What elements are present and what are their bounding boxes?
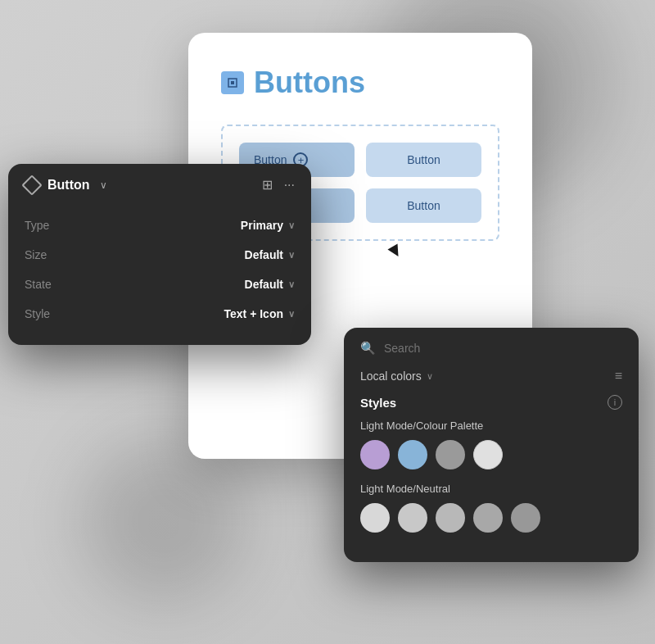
button-4[interactable]: Button	[366, 188, 481, 223]
swatches-row-2	[360, 503, 622, 533]
state-chevron-icon: ∨	[288, 279, 295, 290]
type-chevron-icon: ∨	[288, 220, 295, 231]
styles-row: Styles i	[360, 395, 622, 410]
diamond-icon	[21, 175, 42, 195]
swatch-neutral-5[interactable]	[511, 503, 540, 533]
more-options-icon[interactable]: ···	[284, 178, 295, 193]
state-value[interactable]: Default ∨	[245, 278, 295, 291]
local-colors-row: Local colors ∨ ≡	[360, 369, 622, 383]
canvas-header: Buttons	[221, 66, 499, 100]
palette-group-2: Light Mode/Neutral	[360, 483, 622, 533]
list-view-icon[interactable]: ≡	[615, 369, 622, 383]
swatch-gray[interactable]	[436, 440, 465, 469]
local-colors-label: Local colors	[360, 370, 422, 383]
palette-group-1: Light Mode/Colour Palette	[360, 420, 622, 469]
grid-icon[interactable]: ⊞	[262, 177, 273, 193]
styles-label: Styles	[360, 396, 396, 410]
local-colors-group: Local colors ∨	[360, 370, 433, 383]
style-value[interactable]: Text + Icon ∨	[224, 307, 295, 320]
search-icon: 🔍	[360, 341, 376, 356]
properties-actions: ⊞ ···	[262, 177, 295, 193]
local-colors-chevron-icon[interactable]: ∨	[427, 371, 433, 382]
svg-rect-1	[231, 81, 234, 84]
style-label: Style	[25, 307, 50, 320]
button-2-label: Button	[407, 153, 440, 166]
type-row: Type Primary ∨	[25, 211, 295, 240]
style-chevron-icon: ∨	[288, 309, 295, 320]
size-value[interactable]: Default ∨	[245, 248, 295, 261]
palette-name-1: Light Mode/Colour Palette	[360, 420, 622, 432]
swatches-row-1	[360, 440, 622, 469]
size-row: Size Default ∨	[25, 240, 295, 270]
properties-header: Button ∨ ⊞ ···	[25, 177, 295, 196]
colors-panel: 🔍 Local colors ∨ ≡ Styles i Light Mode/C…	[344, 328, 639, 562]
size-label: Size	[25, 248, 47, 261]
swatch-purple[interactable]	[360, 440, 390, 469]
size-chevron-icon: ∨	[288, 250, 295, 261]
state-label: State	[25, 278, 52, 291]
button-2[interactable]: Button	[366, 143, 481, 177]
swatch-neutral-4[interactable]	[473, 503, 503, 533]
properties-panel: Button ∨ ⊞ ··· Type Primary ∨ Size Defau…	[8, 164, 311, 345]
swatch-blue[interactable]	[398, 440, 427, 469]
button-4-label: Button	[407, 199, 440, 212]
state-row: State Default ∨	[25, 270, 295, 299]
swatch-neutral-3[interactable]	[436, 503, 465, 533]
search-row: 🔍	[360, 341, 622, 356]
swatch-neutral-1[interactable]	[360, 503, 390, 533]
title-chevron-icon[interactable]: ∨	[100, 179, 107, 191]
properties-title: Button	[47, 178, 90, 193]
search-input[interactable]	[384, 342, 622, 355]
type-label: Type	[25, 219, 49, 232]
style-row: Style Text + Icon ∨	[25, 299, 295, 329]
type-value[interactable]: Primary ∨	[241, 219, 295, 232]
swatch-neutral-2[interactable]	[398, 503, 427, 533]
canvas-frame-icon	[221, 71, 244, 94]
title-group: Button ∨	[25, 178, 107, 193]
info-icon[interactable]: i	[608, 395, 622, 410]
palette-name-2: Light Mode/Neutral	[360, 483, 622, 495]
swatch-light[interactable]	[473, 440, 503, 469]
canvas-title: Buttons	[254, 66, 365, 100]
